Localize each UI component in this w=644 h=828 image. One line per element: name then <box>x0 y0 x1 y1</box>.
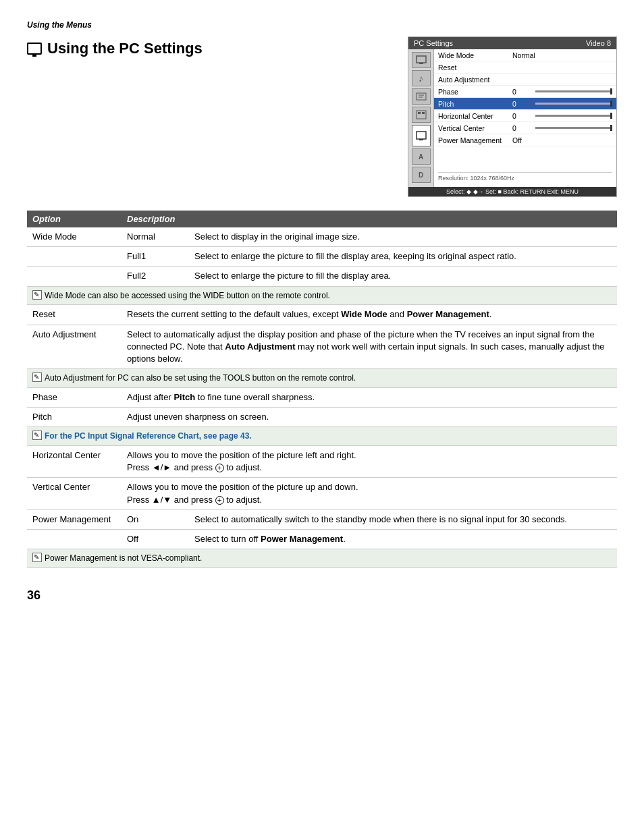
page-title: Using the PC Settings <box>27 40 387 57</box>
slider-vcenter[interactable] <box>535 127 612 129</box>
circle-plus-icon: + <box>215 464 224 472</box>
note-pitch-cell: For the PC Input Signal Reference Chart,… <box>27 427 617 446</box>
monitor-icon <box>27 43 42 55</box>
sidebar-icon-3[interactable] <box>412 88 431 105</box>
menu-value-widemode: Normal <box>512 51 535 59</box>
menu-label-widemode: Wide Mode <box>438 51 512 59</box>
panel-footer-text: Select: ◆ ◆→ Set: ■ Back: RETURN Exit: M… <box>446 188 579 195</box>
main-table: Option Description Wide Mode Normal Sele… <box>27 211 617 568</box>
option-empty3 <box>27 530 122 549</box>
note-pencil-icon3 <box>32 431 42 440</box>
menu-row-vcenter[interactable]: Vertical Center 0 <box>434 122 616 134</box>
sidebar-icon-5[interactable] <box>412 125 431 146</box>
svg-rect-0 <box>417 56 426 63</box>
desc-full2: Select to enlarge the picture to fill th… <box>189 267 617 286</box>
svg-rect-8 <box>417 132 426 139</box>
suboption-normal: Normal <box>122 227 189 247</box>
note-autoadj-text: Auto Adjustment for PC can also be set u… <box>45 372 356 384</box>
option-empty2 <box>27 267 122 286</box>
note-widemode-cell: Wide Mode can also be accessed using the… <box>27 286 617 305</box>
menu-value-powermgmt: Off <box>512 136 533 144</box>
pencil-box-icon <box>32 290 42 300</box>
menu-label-vcenter: Vertical Center <box>438 124 512 132</box>
menu-row-widemode[interactable]: Wide Mode Normal <box>434 49 616 61</box>
menu-row-pitch[interactable]: Pitch 0 <box>434 98 616 110</box>
panel-footer: Select: ◆ ◆→ Set: ■ Back: RETURN Exit: M… <box>408 187 616 196</box>
slider-pitch[interactable] <box>535 103 612 105</box>
suboption-on: On <box>122 509 189 529</box>
desc-vcenter: Allows you to move the position of the p… <box>122 478 617 509</box>
note-widemode-text: Wide Mode can also be accessed using the… <box>45 290 330 302</box>
table-row: Wide Mode Normal Select to display in th… <box>27 227 617 247</box>
note-pencil-icon2 <box>32 372 42 382</box>
menu-label-phase: Phase <box>438 88 512 96</box>
desc-off: Select to turn off Power Management. <box>189 530 617 549</box>
page-header: Using the PC Settings PC Settings Video … <box>27 36 617 197</box>
note-row-autoadj: Auto Adjustment for PC can also be set u… <box>27 369 617 388</box>
desc-pitch: Adjust uneven sharpness on screen. <box>122 408 617 427</box>
desc-full1: Select to enlarge the picture to fill th… <box>189 247 617 267</box>
page-number: 36 <box>27 588 617 603</box>
table-row: Pitch Adjust uneven sharpness on screen. <box>27 408 617 427</box>
menu-row-hcenter[interactable]: Horizontal Center 0 <box>434 110 616 122</box>
menu-value-vcenter: 0 <box>512 124 533 132</box>
desc-normal: Select to display in the original image … <box>189 227 617 247</box>
svg-rect-5 <box>417 111 426 119</box>
pc-settings-video: Video 8 <box>586 39 611 47</box>
desc-autoadj: Select to automatically adjust the displ… <box>122 325 617 369</box>
sidebar-icon-1[interactable] <box>412 52 431 68</box>
option-autoadj: Auto Adjustment <box>27 325 122 369</box>
sidebar-icon-4[interactable] <box>412 107 431 123</box>
slider-phase[interactable] <box>535 90 612 92</box>
sidebar-icon-6[interactable]: A <box>412 148 431 165</box>
option-pitch: Pitch <box>27 408 122 427</box>
option-phase: Phase <box>27 387 122 407</box>
note-pitch-text: For the PC Input Signal Reference Chart,… <box>45 431 252 442</box>
table-row: Power Management On Select to automatica… <box>27 509 617 529</box>
option-empty1 <box>27 247 122 267</box>
sidebar-icon-2[interactable]: ♪ <box>412 70 431 86</box>
svg-rect-1 <box>419 63 423 64</box>
desc-phase: Adjust after Pitch to fine tune overall … <box>122 387 617 407</box>
menu-value-pitch: 0 <box>512 100 533 108</box>
table-row: Horizontal Center Allows you to move the… <box>27 446 617 478</box>
svg-rect-7 <box>422 112 425 114</box>
menu-row-reset[interactable]: Reset <box>434 61 616 74</box>
menu-label-powermgmt: Power Management <box>438 136 512 144</box>
note-row-widemode: Wide Mode can also be accessed using the… <box>27 286 617 305</box>
desc-reset: Resets the current setting to the defaul… <box>122 305 617 325</box>
option-reset: Reset <box>27 305 122 325</box>
pencil-box-icon2 <box>32 372 42 382</box>
section-label: Using the Menus <box>27 20 617 30</box>
svg-rect-2 <box>417 93 426 100</box>
menu-row-powermgmt[interactable]: Power Management Off <box>434 134 616 146</box>
note-pitch: For the PC Input Signal Reference Chart,… <box>32 431 612 442</box>
pc-settings-body: ♪ A D Wide Mode Normal <box>408 49 616 187</box>
menu-label-hcenter: Horizontal Center <box>438 112 512 120</box>
slider-hcenter[interactable] <box>535 115 612 117</box>
col-option: Option <box>27 211 122 227</box>
table-row: Phase Adjust after Pitch to fine tune ov… <box>27 387 617 407</box>
pc-settings-panel: PC Settings Video 8 ♪ A D <box>408 36 617 197</box>
desc-on: Select to automatically switch to the st… <box>189 509 617 529</box>
menu-row-phase[interactable]: Phase 0 <box>434 86 616 98</box>
pencil-box-icon3 <box>32 431 42 440</box>
sidebar-icon-7[interactable]: D <box>412 167 431 183</box>
note-powermgmt: Power Management is not VESA-compliant. <box>32 553 612 564</box>
desc-hcenter: Allows you to move the position of the p… <box>122 446 617 478</box>
table-row: Off Select to turn off Power Management. <box>27 530 617 549</box>
resolution-text: Resolution: 1024x 768/60Hz <box>438 172 612 182</box>
option-widemode: Wide Mode <box>27 227 122 247</box>
suboption-full2: Full2 <box>122 267 189 286</box>
option-hcenter: Horizontal Center <box>27 446 122 478</box>
note-autoadj-cell: Auto Adjustment for PC can also be set u… <box>27 369 617 388</box>
table-row: Full2 Select to enlarge the picture to f… <box>27 267 617 286</box>
note-autoadj: Auto Adjustment for PC can also be set u… <box>32 372 612 384</box>
note-powermgmt-text: Power Management is not VESA-compliant. <box>45 553 202 564</box>
menu-row-autoadj[interactable]: Auto Adjustment <box>434 74 616 86</box>
pc-settings-header: PC Settings Video 8 <box>408 37 616 49</box>
resolution-area: Resolution: 1024x 768/60Hz <box>434 146 616 187</box>
svg-rect-6 <box>418 112 421 114</box>
menu-label-reset: Reset <box>438 63 512 72</box>
note-pencil-icon <box>32 290 42 300</box>
